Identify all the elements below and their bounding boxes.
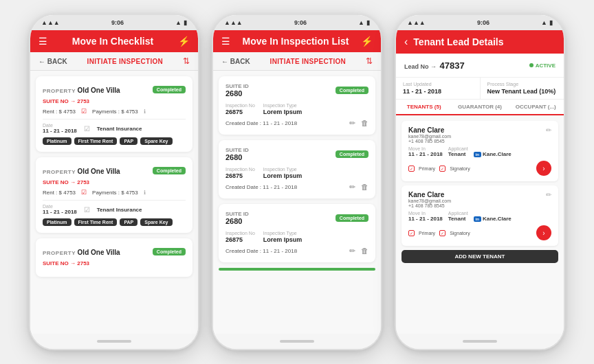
active-badge: ACTIVE (529, 62, 556, 69)
status-bar-3: ▲▲▲ 9:06 ▲ ▮ (396, 15, 564, 30)
time-2: 9:06 (294, 19, 307, 26)
lead-number: 47837 (439, 60, 464, 71)
filter-icon-2[interactable]: ⚡ (361, 36, 373, 47)
add-new-tenant-button[interactable]: ADD NEW TENANT (402, 250, 558, 263)
delete-icon-3[interactable]: 🗑 (361, 247, 368, 255)
linkedin-badge-2: in (474, 216, 481, 222)
back-button-1[interactable]: ← BACK (38, 58, 67, 65)
phone-3: ▲▲▲ 9:06 ▲ ▮ ‹ Tenant Lead Details Lead … (395, 14, 565, 350)
signal-icon-3: ▲▲▲ (407, 19, 426, 26)
sort-icon-2[interactable]: ⇅ (366, 56, 373, 66)
tag-pap-1: PAP (120, 137, 138, 145)
back-button-2[interactable]: ← BACK (221, 58, 250, 65)
signal-icon-2: ▲▲▲ (224, 19, 243, 26)
suite-row-1: SUITE NO → 2753 (43, 98, 186, 104)
tag-platinum-1: Platinum (43, 137, 72, 145)
completed-badge-3: Completed (153, 248, 186, 255)
phone-1: ▲▲▲ 9:06 ▲ ▮ ☰ Move In Checklist ⚡ ← BAC… (29, 14, 199, 350)
status-bar-1: ▲▲▲ 9:06 ▲ ▮ (30, 15, 198, 30)
tenant-checkboxes-1: Primary Signatory (408, 166, 470, 172)
edit-icon-1[interactable]: ✏ (349, 119, 355, 128)
prop-label-1: PROPERTY (43, 88, 78, 94)
home-indicator-1 (30, 334, 198, 349)
home-indicator-2 (213, 334, 381, 349)
initiate-inspection-button-2[interactable]: INITIATE INSPECTION (270, 58, 346, 65)
tag-firsttime-1: First Time Rent (74, 137, 118, 145)
tenant-arrow-btn-1[interactable]: › (536, 161, 551, 176)
insp-badge-1: Completed (336, 87, 368, 94)
tenant-edit-icon-2[interactable]: ✏ (546, 191, 551, 198)
header-bar-2: ☰ Move In Inspection List ⚡ (213, 30, 381, 52)
checklist-scroll: PROPERTY Old One Villa Completed SUITE N… (30, 71, 198, 334)
tenant-email-2: kane78@gmail.com (408, 198, 451, 203)
tenant-arrow-btn-2[interactable]: › (536, 225, 551, 240)
page-title-3: Tenant Lead Details (413, 36, 503, 47)
tenant-card-1: Kane Clare kane78@gmail.com +1 408 785 8… (402, 121, 558, 181)
lead-info-bar: Lead No → 47837 ACTIVE (396, 54, 564, 78)
tenant-phone-2: +1 408 785 8545 (408, 203, 451, 208)
battery-icon: ▮ (184, 19, 187, 26)
tenant-edit-icon-1[interactable]: ✏ (546, 126, 551, 134)
signatory-checkbox-1[interactable] (439, 166, 446, 172)
page-title-2: Move In Inspection List (230, 36, 361, 47)
tenant-email-1: kane78@gmail.com (408, 134, 451, 139)
sub-header-2: ← BACK INITIATE INSPECTION ⇅ (213, 52, 381, 71)
battery-icon-2: ▮ (366, 19, 370, 26)
delete-icon-2[interactable]: 🗑 (361, 183, 368, 192)
inspection-card-1: SUITE ID 2680 Completed Inspection No 26… (219, 76, 375, 135)
prop-name-1: Old One Villa (78, 87, 120, 94)
linkedin-badge-1: in (474, 152, 481, 157)
insp-badge-3: Completed (336, 214, 368, 222)
status-bar-2: ▲▲▲ 9:06 ▲ ▮ (213, 15, 381, 30)
tenant-scroll: Kane Clare kane78@gmail.com +1 408 785 8… (396, 115, 564, 334)
menu-icon-2[interactable]: ☰ (221, 36, 230, 47)
progress-indicator (219, 268, 375, 271)
insp-badge-2: Completed (336, 150, 368, 158)
signal-icon: ▲▲▲ (41, 19, 60, 26)
tenant-card-2: Kane Clare kane78@gmail.com +1 408 785 8… (402, 185, 558, 246)
date-row-1: Date 11 - 21 - 2018 ☑ Tenant Insurance (43, 123, 186, 134)
inspection-card-2: SUITE ID 2680 Completed Inspection No 26… (219, 140, 375, 198)
lead-meta: Last Updated 11 - 21 - 2018 Process Stag… (396, 78, 564, 100)
filter-icon[interactable]: ⚡ (178, 36, 190, 47)
wifi-icon: ▲ (175, 19, 182, 26)
primary-checkbox-2[interactable] (408, 230, 415, 236)
tab-occupant[interactable]: OCCUPANT (...) (508, 100, 564, 115)
tenant-name-2: Kane Clare (408, 191, 451, 198)
menu-icon[interactable]: ☰ (38, 36, 47, 47)
home-indicator-3 (396, 334, 564, 349)
edit-icon-2[interactable]: ✏ (349, 183, 355, 192)
sub-header-1: ← BACK INITIATE INSPECTION ⇅ (30, 52, 198, 71)
rent-row-1: Rent : $ 4753 ☑ Payments : $ 4753 ℹ (43, 108, 186, 115)
signatory-checkbox-2[interactable] (439, 230, 446, 236)
tenant-phone-1: +1 408 785 8545 (408, 139, 451, 144)
tab-tenants[interactable]: TENANTS (5) (396, 100, 452, 115)
wifi-icon-2: ▲ (358, 19, 364, 26)
inspection-scroll: SUITE ID 2680 Completed Inspection No 26… (213, 71, 381, 334)
wifi-icon-3: ▲ (541, 19, 547, 26)
tag-sparekey-1: Spare Key (140, 137, 172, 145)
tab-guarantor[interactable]: GUARANTOR (4) (452, 100, 507, 115)
tags-row-1: Platinum First Time Rent PAP Spare Key (43, 137, 186, 145)
initiate-inspection-button-1[interactable]: INITIATE INSPECTION (87, 58, 164, 65)
completed-badge-2: Completed (153, 167, 186, 174)
primary-checkbox-1[interactable] (408, 166, 415, 172)
property-card-1: PROPERTY Old One Villa Completed SUITE N… (36, 76, 192, 152)
property-card-3: PROPERTY Old One Villa Completed SUITE N… (36, 238, 192, 277)
tabs-row: TENANTS (5) GUARANTOR (4) OCCUPANT (...) (396, 100, 564, 115)
lead-header-bar: ‹ Tenant Lead Details (396, 30, 564, 54)
tenant-name-1: Kane Clare (408, 126, 451, 134)
phone-2: ▲▲▲ 9:06 ▲ ▮ ☰ Move In Inspection List ⚡… (212, 14, 382, 350)
sort-icon-1[interactable]: ⇅ (183, 56, 190, 66)
page-title-1: Move In Checklist (47, 36, 178, 47)
header-bar-1: ☰ Move In Checklist ⚡ (30, 30, 198, 52)
tenant-checkboxes-2: Primary Signatory (408, 230, 470, 236)
back-arrow-icon[interactable]: ‹ (404, 36, 408, 48)
time-3: 9:06 (477, 19, 490, 26)
battery-icon-3: ▮ (549, 19, 553, 26)
edit-icon-3[interactable]: ✏ (349, 247, 355, 255)
time-1: 9:06 (111, 19, 124, 26)
property-card-2: PROPERTY Old One Villa Completed SUITE N… (36, 157, 192, 233)
lead-no-label: Lead No → (404, 63, 437, 70)
delete-icon-1[interactable]: 🗑 (361, 119, 368, 128)
